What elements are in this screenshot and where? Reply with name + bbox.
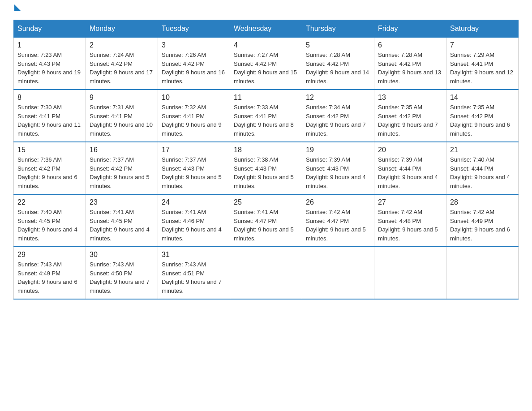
calendar-cell: 30Sunrise: 7:43 AMSunset: 4:50 PMDayligh… — [86, 247, 158, 299]
day-number: 28 — [450, 198, 515, 206]
week-row-4: 22Sunrise: 7:40 AMSunset: 4:45 PMDayligh… — [14, 194, 519, 247]
day-number: 29 — [17, 251, 82, 259]
day-info: Sunrise: 7:39 AMSunset: 4:44 PMDaylight:… — [378, 156, 438, 189]
calendar-cell: 26Sunrise: 7:42 AMSunset: 4:47 PMDayligh… — [302, 194, 374, 247]
calendar-cell: 15Sunrise: 7:36 AMSunset: 4:42 PMDayligh… — [14, 142, 86, 194]
day-number: 6 — [378, 41, 442, 49]
day-number: 7 — [450, 41, 515, 49]
day-number: 18 — [234, 146, 298, 154]
day-info: Sunrise: 7:34 AMSunset: 4:42 PMDaylight:… — [306, 104, 366, 137]
day-number: 30 — [90, 251, 154, 259]
calendar-cell: 28Sunrise: 7:42 AMSunset: 4:49 PMDayligh… — [446, 194, 519, 247]
day-number: 26 — [306, 198, 370, 206]
calendar-cell: 19Sunrise: 7:39 AMSunset: 4:43 PMDayligh… — [302, 142, 374, 194]
day-number: 14 — [450, 94, 515, 102]
header-friday: Friday — [374, 20, 446, 38]
day-info: Sunrise: 7:27 AMSunset: 4:42 PMDaylight:… — [234, 51, 297, 85]
calendar-cell: 18Sunrise: 7:38 AMSunset: 4:43 PMDayligh… — [230, 142, 302, 194]
day-info: Sunrise: 7:43 AMSunset: 4:50 PMDaylight:… — [90, 261, 150, 294]
header-thursday: Thursday — [302, 20, 374, 38]
calendar-cell: 24Sunrise: 7:41 AMSunset: 4:46 PMDayligh… — [158, 194, 230, 247]
calendar-cell: 13Sunrise: 7:35 AMSunset: 4:42 PMDayligh… — [374, 90, 446, 142]
day-number: 23 — [90, 198, 154, 206]
day-info: Sunrise: 7:23 AMSunset: 4:43 PMDaylight:… — [17, 51, 81, 85]
calendar-cell: 22Sunrise: 7:40 AMSunset: 4:45 PMDayligh… — [14, 194, 86, 247]
calendar-cell: 14Sunrise: 7:35 AMSunset: 4:42 PMDayligh… — [446, 90, 519, 142]
calendar-header: SundayMondayTuesdayWednesdayThursdayFrid… — [14, 20, 519, 38]
calendar-cell: 5Sunrise: 7:28 AMSunset: 4:42 PMDaylight… — [302, 38, 374, 90]
day-info: Sunrise: 7:31 AMSunset: 4:41 PMDaylight:… — [90, 104, 153, 137]
calendar-cell: 11Sunrise: 7:33 AMSunset: 4:41 PMDayligh… — [230, 90, 302, 142]
header-sunday: Sunday — [14, 20, 86, 38]
calendar-cell — [374, 247, 446, 299]
day-info: Sunrise: 7:32 AMSunset: 4:41 PMDaylight:… — [162, 104, 222, 137]
day-info: Sunrise: 7:28 AMSunset: 4:42 PMDaylight:… — [306, 51, 369, 85]
day-number: 25 — [234, 198, 298, 206]
calendar-cell: 9Sunrise: 7:31 AMSunset: 4:41 PMDaylight… — [86, 90, 158, 142]
calendar-cell: 3Sunrise: 7:26 AMSunset: 4:42 PMDaylight… — [158, 38, 230, 90]
header-wednesday: Wednesday — [230, 20, 302, 38]
day-info: Sunrise: 7:41 AMSunset: 4:45 PMDaylight:… — [90, 209, 150, 242]
day-number: 22 — [17, 198, 82, 206]
day-info: Sunrise: 7:42 AMSunset: 4:49 PMDaylight:… — [450, 209, 510, 242]
calendar-cell: 12Sunrise: 7:34 AMSunset: 4:42 PMDayligh… — [302, 90, 374, 142]
calendar-cell: 10Sunrise: 7:32 AMSunset: 4:41 PMDayligh… — [158, 90, 230, 142]
day-number: 16 — [90, 146, 154, 154]
day-info: Sunrise: 7:39 AMSunset: 4:43 PMDaylight:… — [306, 156, 366, 189]
week-row-2: 8Sunrise: 7:30 AMSunset: 4:41 PMDaylight… — [14, 90, 519, 142]
day-info: Sunrise: 7:40 AMSunset: 4:44 PMDaylight:… — [450, 156, 510, 189]
calendar-cell — [446, 247, 519, 299]
day-number: 5 — [306, 41, 370, 49]
calendar-body: 1Sunrise: 7:23 AMSunset: 4:43 PMDaylight… — [14, 38, 519, 300]
calendar-cell: 7Sunrise: 7:29 AMSunset: 4:41 PMDaylight… — [446, 38, 519, 90]
calendar-cell: 23Sunrise: 7:41 AMSunset: 4:45 PMDayligh… — [86, 194, 158, 247]
day-info: Sunrise: 7:42 AMSunset: 4:47 PMDaylight:… — [306, 209, 366, 242]
day-number: 20 — [378, 146, 442, 154]
day-info: Sunrise: 7:37 AMSunset: 4:43 PMDaylight:… — [162, 156, 222, 189]
day-info: Sunrise: 7:28 AMSunset: 4:42 PMDaylight:… — [378, 51, 441, 85]
day-info: Sunrise: 7:33 AMSunset: 4:41 PMDaylight:… — [234, 104, 294, 137]
day-info: Sunrise: 7:26 AMSunset: 4:42 PMDaylight:… — [162, 51, 225, 85]
day-info: Sunrise: 7:30 AMSunset: 4:41 PMDaylight:… — [17, 104, 81, 137]
day-number: 21 — [450, 146, 515, 154]
header-row: SundayMondayTuesdayWednesdayThursdayFrid… — [14, 20, 519, 38]
day-number: 13 — [378, 94, 442, 102]
calendar-cell — [230, 247, 302, 299]
day-info: Sunrise: 7:41 AMSunset: 4:46 PMDaylight:… — [162, 209, 222, 242]
calendar-cell: 20Sunrise: 7:39 AMSunset: 4:44 PMDayligh… — [374, 142, 446, 194]
day-info: Sunrise: 7:35 AMSunset: 4:42 PMDaylight:… — [378, 104, 438, 137]
day-number: 1 — [17, 41, 82, 49]
week-row-3: 15Sunrise: 7:36 AMSunset: 4:42 PMDayligh… — [14, 142, 519, 194]
header-saturday: Saturday — [446, 20, 519, 38]
calendar-cell: 27Sunrise: 7:42 AMSunset: 4:48 PMDayligh… — [374, 194, 446, 247]
day-number: 11 — [234, 94, 298, 102]
day-info: Sunrise: 7:43 AMSunset: 4:51 PMDaylight:… — [162, 261, 222, 294]
calendar-cell: 16Sunrise: 7:37 AMSunset: 4:42 PMDayligh… — [86, 142, 158, 194]
day-number: 9 — [90, 94, 154, 102]
calendar-cell: 4Sunrise: 7:27 AMSunset: 4:42 PMDaylight… — [230, 38, 302, 90]
day-number: 12 — [306, 94, 370, 102]
day-number: 17 — [162, 146, 226, 154]
week-row-5: 29Sunrise: 7:43 AMSunset: 4:49 PMDayligh… — [14, 247, 519, 299]
day-info: Sunrise: 7:43 AMSunset: 4:49 PMDaylight:… — [17, 261, 77, 294]
header-monday: Monday — [86, 20, 158, 38]
day-info: Sunrise: 7:38 AMSunset: 4:43 PMDaylight:… — [234, 156, 294, 189]
calendar-cell: 17Sunrise: 7:37 AMSunset: 4:43 PMDayligh… — [158, 142, 230, 194]
day-number: 10 — [162, 94, 226, 102]
day-info: Sunrise: 7:42 AMSunset: 4:48 PMDaylight:… — [378, 209, 438, 242]
calendar-cell: 31Sunrise: 7:43 AMSunset: 4:51 PMDayligh… — [158, 247, 230, 299]
calendar-cell: 8Sunrise: 7:30 AMSunset: 4:41 PMDaylight… — [14, 90, 86, 142]
day-info: Sunrise: 7:40 AMSunset: 4:45 PMDaylight:… — [17, 209, 77, 242]
page-header — [13, 9, 519, 11]
day-number: 4 — [234, 41, 298, 49]
day-number: 3 — [162, 41, 226, 49]
day-info: Sunrise: 7:41 AMSunset: 4:47 PMDaylight:… — [234, 209, 294, 242]
header-tuesday: Tuesday — [158, 20, 230, 38]
day-number: 2 — [90, 41, 154, 49]
day-info: Sunrise: 7:24 AMSunset: 4:42 PMDaylight:… — [90, 51, 153, 85]
calendar-cell: 2Sunrise: 7:24 AMSunset: 4:42 PMDaylight… — [86, 38, 158, 90]
calendar-cell: 21Sunrise: 7:40 AMSunset: 4:44 PMDayligh… — [446, 142, 519, 194]
day-number: 27 — [378, 198, 442, 206]
day-info: Sunrise: 7:35 AMSunset: 4:42 PMDaylight:… — [450, 104, 510, 137]
day-number: 15 — [17, 146, 82, 154]
